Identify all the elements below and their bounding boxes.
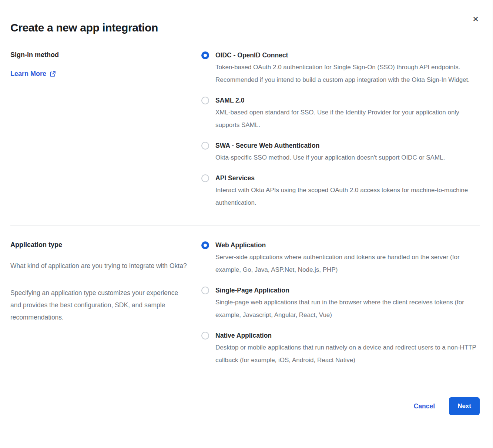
- radio-unselected-icon[interactable]: [201, 174, 209, 182]
- radio-selected-icon[interactable]: [201, 51, 209, 59]
- radio-option-saml[interactable]: SAML 2.0 XML-based open standard for SSO…: [201, 96, 480, 131]
- option-description: Single-page web applications that run in…: [215, 296, 480, 321]
- option-label: OIDC - OpenID Connect: [215, 51, 480, 59]
- create-app-integration-dialog: ✕ Create a new app integration Sign-in m…: [0, 0, 493, 415]
- radio-option-native-application[interactable]: Native Application Desktop or mobile app…: [201, 331, 480, 367]
- option-label: SWA - Secure Web Authentication: [215, 141, 445, 150]
- external-link-icon: [50, 71, 56, 77]
- option-description: XML-based open standard for SSO. Use if …: [215, 106, 480, 131]
- option-label: SAML 2.0: [215, 96, 480, 104]
- dialog-title: Create a new app integration: [10, 21, 480, 34]
- radio-option-swa[interactable]: SWA - Secure Web Authentication Okta-spe…: [201, 141, 480, 164]
- option-label: API Services: [215, 174, 480, 182]
- radio-unselected-icon[interactable]: [201, 287, 209, 294]
- radio-selected-icon[interactable]: [201, 241, 209, 249]
- option-description: Server-side applications where authentic…: [215, 251, 480, 276]
- application-type-description-2: Specifying an application type customize…: [10, 287, 187, 324]
- cancel-button[interactable]: Cancel: [414, 402, 435, 410]
- option-description: Token-based OAuth 2.0 authentication for…: [215, 61, 480, 86]
- option-description: Okta-specific SSO method. Use if your ap…: [215, 151, 445, 164]
- application-type-label: Application type: [10, 241, 190, 249]
- radio-unselected-icon[interactable]: [201, 97, 209, 104]
- application-type-section: Application type What kind of applicatio…: [10, 241, 480, 377]
- close-icon[interactable]: ✕: [470, 14, 481, 24]
- option-description: Interact with Okta APIs using the scoped…: [215, 184, 480, 209]
- radio-option-single-page-application[interactable]: Single-Page Application Single-page web …: [201, 286, 480, 321]
- option-description: Desktop or mobile applications that run …: [215, 341, 480, 367]
- signin-method-section: Sign-in method Learn More OIDC - OpenID …: [10, 51, 480, 219]
- section-divider: [10, 225, 480, 225]
- option-label: Web Application: [215, 241, 480, 249]
- learn-more-link[interactable]: Learn More: [10, 70, 56, 78]
- radio-option-api-services[interactable]: API Services Interact with Okta APIs usi…: [201, 174, 480, 209]
- next-button[interactable]: Next: [449, 397, 480, 415]
- signin-method-label: Sign-in method: [10, 51, 190, 59]
- radio-option-oidc[interactable]: OIDC - OpenID Connect Token-based OAuth …: [201, 51, 480, 86]
- dialog-footer: Cancel Next: [10, 377, 480, 415]
- application-type-description-1: What kind of application are you trying …: [10, 260, 187, 272]
- radio-unselected-icon[interactable]: [201, 332, 209, 340]
- radio-option-web-application[interactable]: Web Application Server-side applications…: [201, 241, 480, 276]
- radio-unselected-icon[interactable]: [201, 142, 209, 150]
- learn-more-label: Learn More: [10, 70, 46, 78]
- option-label: Native Application: [215, 331, 480, 340]
- option-label: Single-Page Application: [215, 286, 480, 294]
